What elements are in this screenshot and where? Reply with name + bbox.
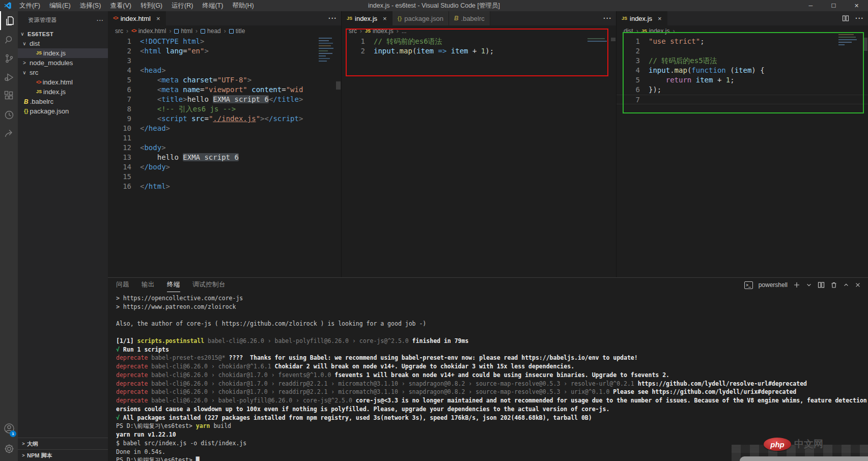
- menu-item[interactable]: 查看(V): [105, 0, 136, 11]
- close-button[interactable]: ✕: [845, 0, 868, 11]
- code-line[interactable]: 16</html>: [108, 182, 341, 191]
- terminal-output[interactable]: > https://opencollective.com/core-js> ht…: [108, 292, 868, 461]
- sidebar-section-NPM 脚本[interactable]: >NPM 脚本: [18, 449, 108, 461]
- more-actions-icon[interactable]: ···: [603, 14, 612, 22]
- search-icon[interactable]: [0, 30, 18, 49]
- breadcrumb-item[interactable]: JSindex.js: [365, 27, 394, 35]
- sidebar-more-actions-icon[interactable]: ···: [97, 17, 104, 23]
- code-line[interactable]: 15: [108, 172, 341, 182]
- tab-package.json[interactable]: {}package.json: [393, 11, 449, 25]
- tab-.babelrc[interactable]: B.babelrc: [449, 11, 490, 25]
- breadcrumb-item[interactable]: src: [349, 27, 357, 35]
- tab-index.js[interactable]: JSindex.js×: [617, 11, 667, 25]
- code-line[interactable]: 7 <title>hello EXMA script 6</title>: [108, 95, 341, 104]
- code-line[interactable]: 5 return item + 1;: [617, 75, 868, 85]
- breadcrumb-item[interactable]: JSindex.js: [641, 27, 670, 35]
- code-line[interactable]: 2input.map(item => item + 1);: [342, 46, 616, 56]
- code-line[interactable]: 3// 转码后的es5语法: [617, 56, 868, 66]
- code-line[interactable]: 14</body>: [108, 162, 341, 172]
- panel-tab-终端[interactable]: 终端: [167, 278, 180, 292]
- code-editor[interactable]: 1<!DOCTYPE html>2<html lang="en">34<head…: [108, 37, 341, 277]
- menu-item[interactable]: 编辑(E): [45, 0, 75, 11]
- menu-item[interactable]: 文件(F): [15, 0, 45, 11]
- code-line[interactable]: 2<html lang="en">: [108, 46, 341, 56]
- scrollbar[interactable]: [862, 37, 868, 277]
- code-line[interactable]: 1"use strict";: [617, 37, 868, 46]
- tree-item-index.js[interactable]: JSindex.js: [18, 48, 108, 58]
- minimize-button[interactable]: ─: [799, 0, 822, 11]
- breadcrumb-item[interactable]: src: [115, 27, 123, 35]
- tree-item-index.js[interactable]: JSindex.js: [18, 87, 108, 97]
- menu-item[interactable]: 运行(R): [167, 0, 198, 11]
- kill-terminal-icon[interactable]: [830, 281, 837, 289]
- maximize-button[interactable]: ☐: [822, 0, 845, 11]
- breadcrumb-item[interactable]: ...: [678, 27, 683, 35]
- tree-item-node_modules[interactable]: >node_modules: [18, 58, 108, 68]
- tree-item-index.html[interactable]: <>index.html: [18, 77, 108, 87]
- tree-item-package.json[interactable]: {}package.json: [18, 106, 108, 116]
- tree-item-ES6TEST[interactable]: ∨ES6TEST: [18, 29, 108, 39]
- menu-item[interactable]: 帮助(H): [228, 0, 258, 11]
- code-line[interactable]: 9 <script src="./index.js"></script>: [108, 114, 341, 124]
- code-line[interactable]: 8 <!-- 引入es6 js -->: [108, 104, 341, 114]
- source-control-icon[interactable]: [0, 49, 18, 68]
- code-line[interactable]: 11: [108, 133, 341, 143]
- minimap[interactable]: [838, 34, 857, 54]
- maximize-panel-icon[interactable]: [843, 282, 849, 288]
- tab-index.html[interactable]: <>index.html×: [108, 11, 166, 25]
- panel-tab-调试控制台[interactable]: 调试控制台: [192, 278, 226, 292]
- timeline-icon[interactable]: [0, 105, 18, 124]
- menu-item[interactable]: 选择(S): [75, 0, 106, 11]
- new-terminal-icon[interactable]: [793, 281, 800, 289]
- panel-tab-输出[interactable]: 输出: [142, 278, 155, 292]
- extensions-icon[interactable]: [0, 87, 18, 105]
- code-line[interactable]: 1// 转码前的es6语法: [342, 37, 616, 46]
- tab-index.js[interactable]: JSindex.js×: [342, 11, 393, 25]
- minimap[interactable]: [587, 38, 607, 53]
- tree-item-dist[interactable]: ∨dist: [18, 39, 108, 48]
- share-icon[interactable]: [0, 124, 18, 143]
- scrollbar[interactable]: [335, 37, 341, 277]
- code-line[interactable]: 4<head>: [108, 66, 341, 75]
- more-actions-icon[interactable]: ···: [855, 14, 864, 22]
- close-tab-icon[interactable]: ×: [383, 15, 387, 22]
- sidebar-section-大纲[interactable]: >大纲: [18, 438, 108, 449]
- run-debug-icon[interactable]: [0, 68, 18, 87]
- split-terminal-icon[interactable]: [818, 281, 825, 289]
- code-line[interactable]: 10</head>: [108, 124, 341, 133]
- code-line[interactable]: 6 <meta name="viewport" content="wid: [108, 85, 341, 95]
- menu-item[interactable]: 终端(T): [198, 0, 228, 11]
- breadcrumb-item[interactable]: head: [201, 27, 221, 35]
- split-editor-icon[interactable]: [842, 15, 849, 22]
- menu-item[interactable]: 转到(G): [136, 0, 167, 11]
- terminal-dropdown-icon[interactable]: [806, 282, 812, 288]
- code-line[interactable]: 1<!DOCTYPE html>: [108, 37, 341, 46]
- scrollbar[interactable]: [610, 37, 616, 277]
- panel-tab-问题[interactable]: 问题: [116, 278, 129, 292]
- close-tab-icon[interactable]: ×: [658, 15, 662, 22]
- breadcrumb-item[interactable]: html: [174, 27, 192, 35]
- code-line[interactable]: 4input.map(function (item) {: [617, 66, 868, 75]
- tree-item-.babelrc[interactable]: B.babelrc: [18, 97, 108, 106]
- breadcrumb-item[interactable]: <>index.html: [131, 27, 166, 35]
- code-line[interactable]: 12<body>: [108, 143, 341, 153]
- breadcrumb-item[interactable]: ...: [402, 27, 407, 35]
- settings-gear-icon[interactable]: [0, 439, 18, 459]
- code-editor[interactable]: 1"use strict";23// 转码后的es5语法4input.map(f…: [617, 37, 868, 277]
- code-line[interactable]: 3: [108, 56, 341, 66]
- close-panel-icon[interactable]: [855, 282, 861, 288]
- close-tab-icon[interactable]: ×: [156, 15, 160, 22]
- terminal-shell-label[interactable]: powershell: [759, 281, 788, 289]
- breadcrumb-item[interactable]: title: [229, 27, 245, 35]
- minimap[interactable]: [319, 38, 334, 99]
- account-icon[interactable]: 1: [0, 418, 18, 439]
- breadcrumb-item[interactable]: dist: [624, 27, 633, 35]
- code-line[interactable]: 7: [617, 95, 868, 104]
- tree-item-src[interactable]: ∨src: [18, 68, 108, 77]
- code-editor[interactable]: 1// 转码前的es6语法2input.map(item => item + 1…: [342, 37, 616, 277]
- more-actions-icon[interactable]: ···: [328, 14, 337, 22]
- code-line[interactable]: 5 <meta charset="UTF-8">: [108, 75, 341, 85]
- code-line[interactable]: 2: [617, 46, 868, 56]
- explorer-icon[interactable]: [0, 11, 18, 30]
- code-line[interactable]: 13 hello EXMA script 6: [108, 153, 341, 162]
